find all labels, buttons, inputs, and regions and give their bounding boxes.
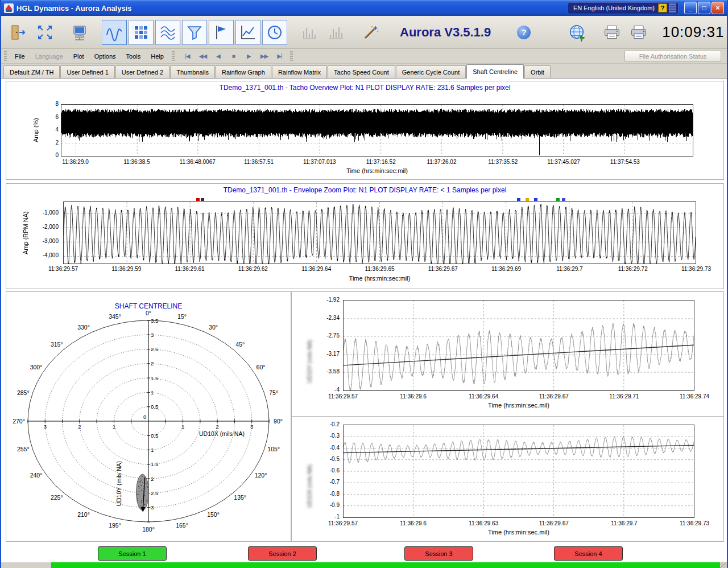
x-axis-label: Time (hrs:min:sec:mil) [63,275,696,282]
svg-text:UD10Y (mils NA): UD10Y (mils NA) [115,461,122,507]
tab-generic-cycle-count[interactable]: Generic Cycle Count [396,65,466,78]
ud10y-trend-plot[interactable] [343,300,694,391]
tab-thumbnails[interactable]: Thumbnails [170,65,215,78]
x-axis-label: Time (hrs:min:sec.mil) [343,529,694,536]
language-bar[interactable]: EN English (United Kingdom) ? [568,2,679,14]
shaft-centreline-panel: 0°15°30°45°60°75°90°105°120°135°150°165°… [6,291,291,542]
language-options-icon[interactable] [669,3,676,13]
shaft-centreline-polar-plot[interactable]: 0°15°30°45°60°75°90°105°120°135°150°165°… [6,292,291,541]
svg-text:1.5: 1.5 [151,375,158,381]
session-2-button[interactable]: Session 2 [248,546,317,561]
close-button[interactable]: × [712,2,724,14]
waterfall-icon [159,23,177,42]
y-axis-ticks: -1.92-2.34-2.75-3.17-3.58-4 [318,300,341,391]
menu-tools[interactable]: Tools [121,50,146,63]
x-tick-label: 11:36:29.67 [428,266,458,272]
session-4-button[interactable]: Session 4 [554,546,623,561]
tab-shaft-centreline[interactable]: Shaft Centreline [466,64,524,79]
goto-start-button[interactable]: |◀ [180,51,195,62]
filter-button[interactable] [182,20,207,45]
flag-button[interactable] [209,20,234,45]
chart-button[interactable] [235,20,260,45]
clock-plot-button[interactable] [262,20,287,45]
maximize-button[interactable]: □ [698,2,710,14]
filter-funnel-icon [185,23,204,42]
svg-text:1: 1 [151,389,154,396]
svg-text:2.5: 2.5 [151,346,158,352]
event-marker[interactable] [526,198,529,201]
network-button[interactable] [67,20,92,45]
tab-default-zm-th[interactable]: Default ZM / TH [3,65,60,78]
tab-user-defined-1[interactable]: User Defined 1 [60,65,114,78]
scope-button[interactable] [102,20,127,45]
tab-user-defined-2[interactable]: User Defined 2 [115,65,169,78]
event-marker[interactable] [562,198,565,201]
toolbar-grip[interactable] [290,51,293,61]
exit-button[interactable] [6,20,31,45]
matrix-button[interactable] [129,20,154,45]
menu-options[interactable]: Options [89,50,121,63]
flag-icon [212,23,230,42]
expand-button[interactable] [32,20,57,45]
toolbar-grip[interactable] [4,51,7,61]
file-authorisation-status-button[interactable]: File Authorisation Status [624,51,721,62]
x-axis-ticks: 11:36:29.5711:36:29.5911:36:29.6111:36:2… [63,266,696,273]
step-back-button[interactable]: ◀ [210,51,226,62]
tab-tacho-speed-count[interactable]: Tacho Speed Count [328,65,395,78]
y-axis-ticks: 86420 [43,104,60,157]
minimize-button[interactable]: _ [684,2,697,14]
tab-rainflow-graph[interactable]: Rainflow Graph [216,65,271,78]
wand-button[interactable] [358,20,383,45]
print-button[interactable] [599,20,624,45]
menu-language[interactable]: Language [30,50,68,63]
event-marker[interactable] [517,198,520,201]
line-chart-icon [239,23,257,42]
web-button[interactable] [565,20,590,45]
svg-text:3: 3 [151,504,154,511]
y-axis-ticks: -0.2-0.3-0.4-0.5-0.6-0.7-0.8-0.9-1 [318,425,341,518]
step-forward-button[interactable]: ▶ [241,51,257,62]
ud10x-trend-plot[interactable] [343,425,694,518]
polar-title: SHAFT CENTRELINE [6,302,291,310]
event-marker[interactable] [201,198,204,201]
waterfall-button[interactable] [155,20,180,45]
svg-text:3.5: 3.5 [151,318,158,324]
event-marker[interactable] [196,198,200,201]
session-3-button[interactable]: Session 3 [404,546,473,561]
goto-end-button[interactable]: ▶| [272,51,287,62]
help-button[interactable]: ? [517,26,531,39]
x-tick-label: 11:36:29.62 [238,266,268,272]
toolbar-grip[interactable] [172,51,175,61]
spectrum-button-2[interactable] [324,20,349,45]
session-1-button[interactable]: Session 1 [98,546,167,561]
fast-forward-button[interactable]: ▶▶ [257,51,272,62]
x-axis-ticks: 11:36:29.5711:36:29.611:36:29.6411:36:29… [343,393,694,401]
event-marker[interactable] [556,198,560,201]
language-help-icon[interactable]: ? [658,3,667,13]
stop-button[interactable]: ■ [226,51,241,62]
print-setup-button[interactable] [626,20,651,45]
event-marker[interactable] [534,198,537,201]
playback-controls: |◀ ◀◀ ◀ ■ ▶ ▶▶ ▶| [180,51,287,62]
svg-text:150°: 150° [207,511,220,518]
y-tick-label: -0.3 [330,433,340,439]
resize-grip[interactable] [720,562,728,568]
spectrum-button-1[interactable] [297,20,322,45]
y-tick-label: -1,000 [43,209,59,216]
menu-file[interactable]: File [10,50,30,63]
envelope-zoom-plot[interactable] [63,201,696,264]
tab-rainflow-matrix[interactable]: Rainflow Matrix [272,65,327,78]
y-axis-ticks: -1,000-2,000-3,000-4,000 [35,201,60,264]
svg-text:165°: 165° [176,522,188,529]
menu-bar: File Language Plot Options Tools Help |◀… [1,49,727,64]
tacho-overview-plot[interactable] [61,104,693,157]
x-tick-label: 11:36:29.73 [681,266,711,272]
menu-plot[interactable]: Plot [68,50,89,63]
fast-rewind-button[interactable]: ◀◀ [195,51,210,62]
menu-help[interactable]: Help [146,50,169,63]
tab-orbit[interactable]: Orbit [524,65,551,78]
svg-text:2: 2 [216,423,218,430]
title-bar[interactable]: HGL Dynamics - Aurora Analysis EN Englis… [1,0,727,16]
svg-text:3: 3 [151,332,154,338]
language-indicator[interactable]: EN English (United Kingdom) [570,5,658,11]
